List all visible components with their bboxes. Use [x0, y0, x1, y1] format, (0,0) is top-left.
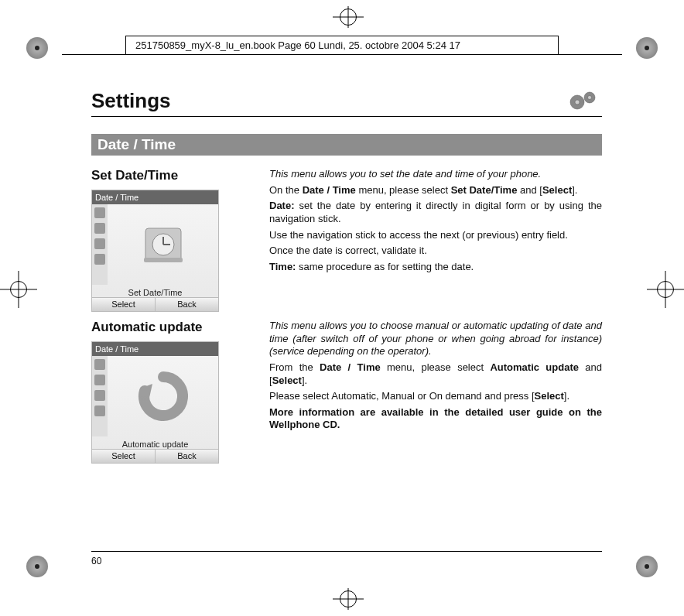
phone-screenshot: Date / Time — [91, 190, 219, 312]
crop-mark-icon — [333, 6, 364, 28]
softkey-select: Select — [92, 298, 156, 311]
svg-point-2 — [575, 100, 580, 104]
phone-sidebar — [92, 356, 108, 436]
registration-mark-icon — [631, 551, 662, 582]
thumb-icon — [94, 375, 105, 385]
subsection-set-date-time: Set Date/Time Date / Time — [91, 168, 602, 312]
body-text: This menu allows you to set the date and… — [269, 168, 602, 276]
softkey-back: Back — [156, 450, 218, 463]
intro-line: This menu allows you to set the date and… — [269, 168, 602, 181]
time-line: Time: same procedure as for setting the … — [269, 261, 602, 274]
thumb-icon — [94, 254, 105, 265]
registration-mark-icon — [22, 551, 53, 582]
thumb-icon — [94, 207, 105, 218]
date-line: Date: set the date by entering it direct… — [269, 200, 602, 225]
crop-mark-icon — [647, 271, 684, 308]
subsection-heading: Automatic update — [91, 320, 255, 335]
phone-titlebar: Date / Time — [92, 190, 218, 204]
clock-icon — [108, 204, 218, 285]
phone-caption: Set Date/Time — [92, 288, 218, 297]
running-head: 251750859_myX-8_lu_en.book Page 60 Lundi… — [125, 36, 559, 55]
thumb-icon — [94, 390, 105, 401]
phone-sidebar — [92, 204, 108, 285]
divider — [91, 116, 602, 117]
svg-point-3 — [588, 96, 592, 100]
phone-titlebar: Date / Time — [92, 342, 218, 356]
gears-icon — [565, 87, 602, 113]
svg-rect-8 — [144, 258, 183, 262]
thumb-icon — [94, 223, 105, 234]
page-number: 60 — [91, 556, 101, 566]
thumb-icon — [94, 406, 105, 416]
body-text: This menu allows you to choose manual or… — [269, 320, 602, 435]
crop-mark-icon — [333, 588, 364, 610]
divider — [91, 551, 602, 552]
section-heading: Date / Time — [91, 134, 602, 156]
step-line: From the Date / Time menu, please select… — [269, 361, 602, 387]
thumb-icon — [94, 359, 105, 370]
softkey-back: Back — [156, 298, 218, 311]
crop-mark-icon — [0, 271, 37, 308]
validate-line: Once the date is correct, validate it. — [269, 245, 602, 258]
more-info-note: More information are available in the de… — [269, 406, 602, 432]
phone-caption: Automatic update — [92, 440, 218, 449]
subsection-heading: Set Date/Time — [91, 168, 255, 183]
intro-line: This menu allows you to choose manual or… — [269, 320, 602, 358]
registration-mark-icon — [631, 33, 662, 63]
step-line: On the Date / Time menu, please select S… — [269, 184, 602, 197]
page-title: Settings — [91, 89, 171, 113]
thumb-icon — [94, 238, 105, 249]
nav-line: Use the navigation stick to access the n… — [269, 229, 602, 242]
step-line: Please select Automatic, Manual or On de… — [269, 390, 602, 403]
softkey-select: Select — [92, 450, 156, 463]
registration-mark-icon — [22, 33, 53, 63]
subsection-automatic-update: Automatic update Date / Time — [91, 320, 602, 464]
refresh-icon — [108, 356, 218, 436]
phone-screenshot: Date / Time Automatic — [91, 341, 219, 464]
